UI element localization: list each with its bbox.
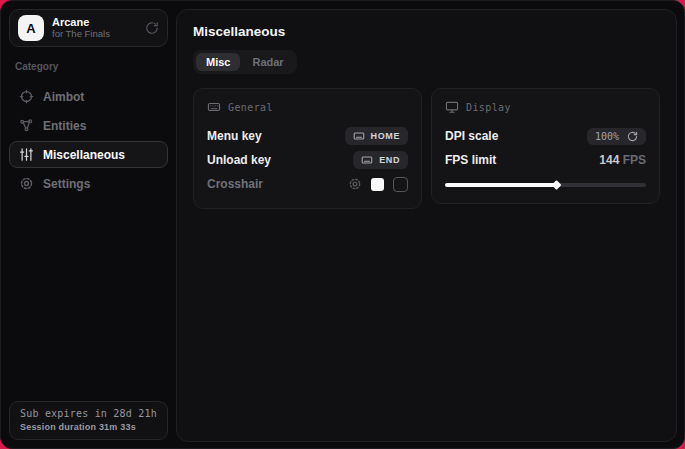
keyboard-icon	[207, 100, 221, 114]
crosshair-color-swatch[interactable]	[371, 178, 384, 191]
tab-bar: Misc Radar	[193, 50, 297, 74]
session-duration-text: Session duration 31m 33s	[20, 422, 157, 432]
sidebar-item-label: Aimbot	[43, 90, 84, 104]
display-card-title: Display	[466, 102, 511, 113]
fps-limit-slider[interactable]	[445, 180, 646, 190]
main-panel: Miscellaneous Misc Radar General	[176, 9, 677, 442]
fps-limit-row: FPS limit 144 FPS	[445, 149, 646, 171]
general-card-header: General	[207, 100, 408, 114]
sidebar-spacer	[9, 197, 168, 401]
dpi-scale-button[interactable]: 100%	[587, 128, 646, 145]
entities-icon	[19, 118, 34, 133]
crosshair-icon	[19, 89, 34, 104]
subscription-status-card: Sub expires in 28d 21h Session duration …	[9, 401, 168, 440]
dpi-scale-value: 100%	[595, 131, 619, 142]
sidebar-item-miscellaneous[interactable]: Miscellaneous	[9, 141, 168, 168]
slider-thumb[interactable]	[551, 180, 561, 190]
crosshair-row: Crosshair	[207, 173, 408, 195]
keyboard-icon	[353, 130, 365, 142]
cycle-icon	[627, 131, 638, 142]
fps-unit: FPS	[623, 153, 646, 167]
page-title: Miscellaneous	[193, 24, 660, 39]
unload-key-value: END	[379, 155, 400, 165]
menu-key-label: Menu key	[207, 129, 262, 143]
brand-card: A Arcane for The Finals	[9, 9, 168, 47]
sidebar-item-label: Settings	[43, 177, 90, 191]
sync-icon[interactable]	[145, 21, 159, 35]
gear-icon	[19, 176, 34, 191]
menu-key-row: Menu key HOME	[207, 125, 408, 147]
crosshair-checkbox[interactable]	[393, 177, 408, 192]
tab-radar[interactable]: Radar	[242, 53, 293, 71]
crosshair-label: Crosshair	[207, 177, 263, 191]
dpi-scale-label: DPI scale	[445, 129, 498, 143]
unload-key-row: Unload key END	[207, 149, 408, 171]
menu-key-button[interactable]: HOME	[345, 127, 408, 145]
sidebar-item-aimbot[interactable]: Aimbot	[9, 83, 168, 110]
slider-track[interactable]	[445, 183, 646, 187]
menu-key-value: HOME	[371, 131, 400, 141]
unload-key-label: Unload key	[207, 153, 271, 167]
unload-key-button[interactable]: END	[353, 151, 408, 169]
sub-expiry-text: Sub expires in 28d 21h	[20, 408, 157, 419]
sliders-icon	[19, 147, 34, 162]
brand-text: Arcane for The Finals	[52, 16, 137, 40]
cards-row: General Menu key HOME Unload key	[193, 88, 660, 209]
sidebar-item-label: Miscellaneous	[43, 148, 125, 162]
slider-fill	[445, 183, 556, 187]
dpi-scale-row: DPI scale 100%	[445, 125, 646, 147]
crosshair-controls	[348, 177, 408, 192]
display-card-header: Display	[445, 100, 646, 114]
fps-number: 144	[599, 153, 619, 167]
fps-limit-value: 144 FPS	[599, 153, 646, 167]
display-card: Display DPI scale 100%	[431, 88, 660, 204]
sidebar-item-label: Entities	[43, 119, 86, 133]
general-card: General Menu key HOME Unload key	[193, 88, 422, 209]
app-window: A Arcane for The Finals Category	[0, 0, 685, 449]
sidebar: A Arcane for The Finals Category	[1, 1, 176, 448]
general-card-title: General	[228, 102, 273, 113]
brand-title: Arcane	[52, 16, 137, 29]
app-logo: A	[18, 15, 44, 41]
brand-subtitle: for The Finals	[52, 29, 137, 40]
tab-misc[interactable]: Misc	[196, 53, 240, 71]
sidebar-item-settings[interactable]: Settings	[9, 170, 168, 197]
monitor-icon	[445, 100, 459, 114]
fps-limit-label: FPS limit	[445, 153, 496, 167]
keyboard-icon	[361, 154, 373, 166]
gear-icon[interactable]	[348, 177, 362, 191]
sidebar-nav: Aimbot Entities	[9, 83, 168, 197]
sidebar-item-entities[interactable]: Entities	[9, 112, 168, 139]
category-label: Category	[15, 61, 162, 72]
